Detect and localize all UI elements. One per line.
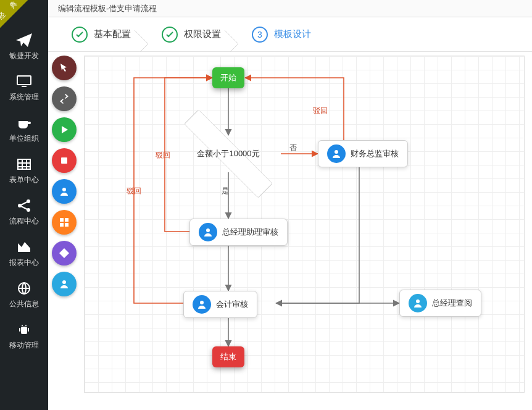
- area-chart-icon: [16, 240, 32, 254]
- nav-agile-dev[interactable]: 敏捷开发: [0, 26, 48, 67]
- edge-label-yes: 是: [222, 186, 229, 196]
- nav-org[interactable]: 单位组织: [0, 109, 48, 150]
- page-title: 编辑流程模板-借支申请流程: [58, 4, 157, 13]
- user-icon: [59, 278, 70, 290]
- grid-icon: [16, 157, 32, 171]
- nav-label: 单位组织: [0, 133, 48, 144]
- svg-rect-14: [60, 218, 64, 222]
- tool-start-node[interactable]: [52, 117, 77, 142]
- page-header: 编辑流程模板-借支申请流程: [48, 0, 532, 17]
- ribbon-classic: 经 典: [0, 0, 28, 28]
- svg-point-19: [335, 150, 338, 154]
- flow-canvas[interactable]: 开始 金额小于10000元 财务总监审核 总经理助理审核 会计审核: [84, 56, 525, 393]
- svg-rect-2: [18, 159, 30, 169]
- designer-workarea: 开始 金额小于10000元 财务总监审核 总经理助理审核 会计审核: [48, 52, 532, 410]
- edge-label-reject-assist: 驳回: [156, 150, 170, 161]
- node-label: 财务总监审核: [351, 148, 399, 159]
- node-label: 总经理查阅: [432, 298, 472, 309]
- svg-point-8: [22, 325, 23, 326]
- nav-label: 系统管理: [0, 92, 48, 102]
- node-start[interactable]: 开始: [212, 67, 244, 88]
- node-decision-amount[interactable]: 金额小于10000元: [176, 135, 281, 172]
- nav-system-mgmt[interactable]: 系统管理: [0, 67, 48, 109]
- node-label: 金额小于10000元: [176, 135, 281, 172]
- play-icon: [59, 125, 69, 135]
- step-label: 基本配置: [94, 28, 131, 40]
- node-label: 结束: [220, 351, 236, 362]
- tool-end-node[interactable]: [52, 148, 77, 173]
- node-end[interactable]: 结束: [212, 346, 244, 367]
- check-icon: [72, 27, 88, 43]
- edge-label-reject-account: 驳回: [127, 186, 141, 196]
- globe-icon: [16, 282, 32, 295]
- node-label: 开始: [220, 72, 236, 83]
- step-number-icon: 3: [252, 27, 268, 43]
- tool-role-task[interactable]: [52, 272, 77, 296]
- user-icon: [59, 186, 70, 197]
- step-label: 模板设计: [274, 28, 311, 40]
- svg-rect-11: [28, 328, 29, 332]
- svg-rect-10: [19, 328, 20, 332]
- step-label: 权限设置: [184, 28, 221, 40]
- edge-label-no: 否: [289, 143, 297, 153]
- nav-label: 公共信息: [0, 299, 48, 309]
- monitor-icon: [16, 75, 32, 88]
- nav-label: 报表中心: [0, 257, 48, 268]
- flow-edges: [85, 56, 524, 392]
- ribbon-label: 经 典: [0, 0, 26, 26]
- edge-label-reject-finance: 驳回: [313, 106, 328, 116]
- tool-pointer[interactable]: [52, 56, 77, 80]
- cursor-icon: [59, 62, 70, 73]
- swap-icon: [58, 93, 70, 104]
- android-icon: [16, 323, 32, 337]
- user-icon: [193, 295, 211, 314]
- nav-form-center[interactable]: 表单中心: [0, 150, 48, 191]
- node-assistant-review[interactable]: 总经理助理审核: [189, 219, 288, 246]
- svg-point-13: [62, 188, 66, 191]
- svg-rect-1: [22, 86, 27, 87]
- svg-point-9: [25, 325, 27, 326]
- nav-label: 流程中心: [0, 216, 48, 227]
- node-label: 会计审核: [216, 299, 248, 310]
- nav-public-info[interactable]: 公共信息: [0, 274, 48, 316]
- svg-point-18: [62, 280, 66, 284]
- tool-grid-task[interactable]: [52, 210, 77, 235]
- grid4-icon: [59, 217, 69, 227]
- user-icon: [327, 144, 346, 163]
- sidebar: 经 典 敏捷开发 系统管理 单位组织 表单中心 流程中心 报表中心 公共信息 移…: [0, 0, 48, 410]
- node-finance-review[interactable]: 财务总监审核: [318, 140, 408, 167]
- node-accountant-review[interactable]: 会计审核: [183, 291, 257, 318]
- svg-rect-0: [17, 76, 31, 85]
- svg-rect-15: [65, 218, 69, 222]
- tool-user-task[interactable]: [52, 179, 77, 204]
- svg-point-20: [206, 228, 210, 232]
- stop-icon: [59, 156, 69, 165]
- step-permission[interactable]: 权限设置: [142, 27, 232, 43]
- nav-label: 移动管理: [0, 340, 48, 351]
- share-icon: [16, 199, 32, 212]
- step-basic-config[interactable]: 基本配置: [60, 27, 142, 43]
- nav-label: 敏捷开发: [0, 51, 48, 61]
- node-palette: [52, 56, 77, 296]
- step-wizard: 基本配置 权限设置 3 模板设计: [48, 17, 532, 52]
- node-gm-view[interactable]: 总经理查阅: [399, 290, 481, 317]
- paper-plane-icon: [16, 33, 32, 47]
- step-template-design[interactable]: 3 模板设计: [232, 27, 322, 43]
- coffee-icon: [16, 116, 32, 130]
- svg-rect-17: [65, 223, 69, 227]
- tool-transition[interactable]: [52, 86, 77, 111]
- tool-decision[interactable]: [52, 241, 77, 266]
- nav-label: 表单中心: [0, 175, 48, 185]
- nav-report-center[interactable]: 报表中心: [0, 233, 48, 274]
- user-icon: [409, 294, 427, 312]
- svg-rect-12: [61, 157, 67, 164]
- nav-flow-center[interactable]: 流程中心: [0, 191, 48, 233]
- diamond-icon: [59, 248, 70, 259]
- svg-point-22: [416, 299, 420, 303]
- node-label: 总经理助理审核: [222, 227, 278, 238]
- nav-mobile-mgmt[interactable]: 移动管理: [0, 316, 48, 357]
- svg-rect-7: [21, 327, 27, 334]
- user-icon: [199, 223, 217, 241]
- check-icon: [162, 27, 178, 43]
- svg-point-21: [200, 301, 204, 304]
